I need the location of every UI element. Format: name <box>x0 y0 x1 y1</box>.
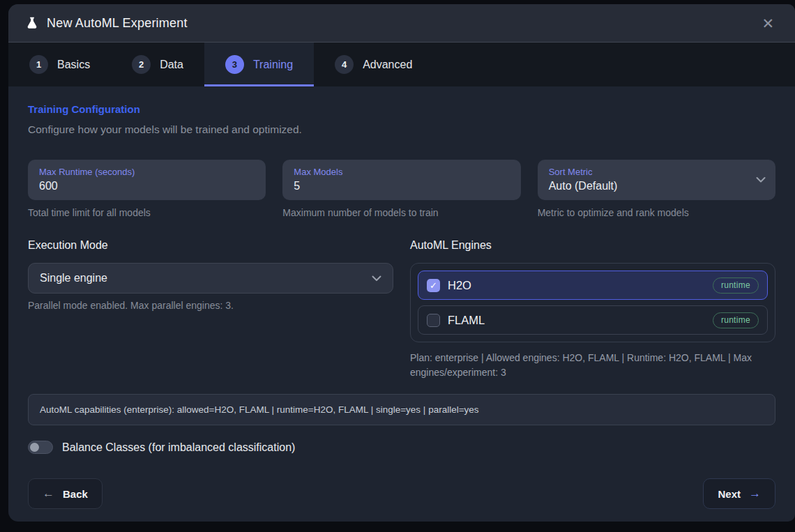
engine-name: H2O <box>448 279 471 292</box>
field-value: 600 <box>39 180 255 192</box>
sort-metric-group: Sort Metric Auto (Default) Metric to opt… <box>538 160 775 218</box>
checkbox-checked-icon[interactable]: ✓ <box>427 279 440 292</box>
max-models-field[interactable]: Max Models 5 <box>282 160 520 200</box>
execution-mode-group: Execution Mode Single engine Parallel mo… <box>28 239 393 380</box>
execution-mode-label: Execution Mode <box>28 239 393 252</box>
step-tabbar: 1 Basics 2 Data 3 Training 4 Advanced <box>8 43 795 86</box>
back-button-label: Back <box>63 488 88 500</box>
sort-metric-select[interactable]: Sort Metric Auto (Default) <box>538 160 775 200</box>
field-value: 5 <box>294 180 509 192</box>
field-label: Max Models <box>294 167 509 177</box>
balance-classes-label: Balance Classes (for imbalanced classifi… <box>62 441 295 454</box>
arrow-left-icon: ← <box>43 487 54 501</box>
capabilities-note: AutoML capabilities (enterprise): allowe… <box>28 394 775 425</box>
next-button-label: Next <box>718 488 741 500</box>
step-number-badge: 3 <box>225 55 244 74</box>
field-value: Auto (Default) <box>549 180 764 192</box>
tab-label: Data <box>160 59 183 71</box>
balance-classes-toggle[interactable] <box>28 441 53 454</box>
new-automl-experiment-modal: New AutoML Experiment ✕ 1 Basics 2 Data … <box>8 4 795 522</box>
execution-mode-select[interactable]: Single engine <box>28 263 393 294</box>
engine-row-h2o[interactable]: ✓ H2O runtime <box>418 271 768 300</box>
tab-label: Training <box>253 59 293 71</box>
tab-label: Advanced <box>363 59 412 71</box>
engine-name: FLAML <box>448 314 485 327</box>
balance-classes-row: Balance Classes (for imbalanced classifi… <box>28 441 775 454</box>
execution-mode-help: Parallel mode enabled. Max parallel engi… <box>28 300 393 311</box>
engine-row-flaml[interactable]: FLAML runtime <box>418 305 768 335</box>
training-panel: Training Configuration Configure how you… <box>8 86 795 522</box>
tab-label: Basics <box>57 59 90 71</box>
max-models-group: Max Models 5 Maximum number of models to… <box>282 160 520 218</box>
field-label: Max Runtime (seconds) <box>39 167 255 177</box>
max-runtime-field[interactable]: Max Runtime (seconds) 600 <box>28 160 266 200</box>
field-help: Maximum number of models to train <box>282 207 520 218</box>
numeric-fields-row: Max Runtime (seconds) 600 Total time lim… <box>28 160 775 218</box>
field-help: Metric to optimize and rank models <box>538 207 775 218</box>
arrow-right-icon: → <box>749 487 761 501</box>
select-value: Single engine <box>40 272 107 284</box>
modal-header: New AutoML Experiment ✕ <box>8 4 795 43</box>
toggle-knob <box>30 443 39 452</box>
step-number-badge: 4 <box>335 55 354 74</box>
section-heading: Training Configuration <box>28 103 775 115</box>
chevron-down-icon <box>372 275 381 282</box>
step-number-badge: 1 <box>29 55 48 74</box>
engines-list: ✓ H2O runtime FLAML runtime <box>410 263 775 342</box>
section-subheading: Configure how your models will be traine… <box>28 123 775 136</box>
next-button[interactable]: Next → <box>703 478 775 509</box>
close-icon[interactable]: ✕ <box>757 13 778 33</box>
tab-data[interactable]: 2 Data <box>111 43 204 86</box>
back-button[interactable]: ← Back <box>28 478 103 509</box>
checkbox-unchecked-icon[interactable] <box>427 314 440 327</box>
mode-and-engines-row: Execution Mode Single engine Parallel mo… <box>28 239 775 380</box>
step-number-badge: 2 <box>132 55 151 74</box>
field-label: Sort Metric <box>549 167 764 177</box>
chevron-down-icon <box>756 177 766 183</box>
tab-basics[interactable]: 1 Basics <box>8 43 111 86</box>
tab-advanced[interactable]: 4 Advanced <box>314 43 433 86</box>
plan-note: Plan: enterprise | Allowed engines: H2O,… <box>410 351 775 380</box>
modal-footer: ← Back Next → <box>28 478 775 509</box>
max-runtime-group: Max Runtime (seconds) 600 Total time lim… <box>28 160 266 218</box>
automl-engines-group: AutoML Engines ✓ H2O runtime FLAML runti… <box>410 239 775 380</box>
runtime-badge: runtime <box>713 312 759 328</box>
modal-title: New AutoML Experiment <box>47 16 188 31</box>
automl-engines-label: AutoML Engines <box>410 239 775 252</box>
field-help: Total time limit for all models <box>28 207 266 218</box>
runtime-badge: runtime <box>713 278 759 294</box>
tab-training[interactable]: 3 Training <box>204 43 314 86</box>
flask-icon <box>25 16 39 30</box>
